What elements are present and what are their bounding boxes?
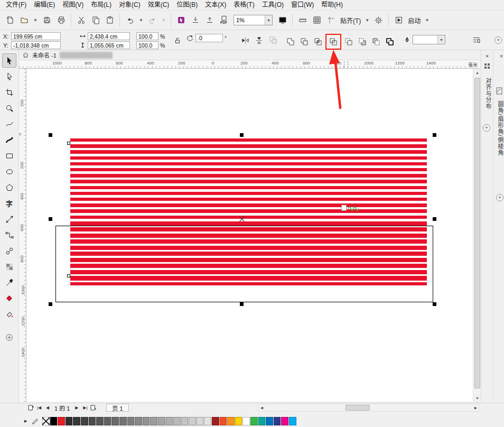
- scroll-right-button[interactable]: ▶: [472, 404, 479, 411]
- color-swatch[interactable]: [258, 417, 266, 425]
- weld-button[interactable]: [284, 35, 297, 48]
- lock-ratio-button[interactable]: [171, 34, 184, 47]
- front-minus-back-button[interactable]: [356, 35, 369, 48]
- shape-edit-tool[interactable]: [2, 69, 16, 83]
- open-dropdown[interactable]: ▼: [32, 14, 39, 27]
- paste-button[interactable]: [103, 14, 116, 27]
- selection-handle[interactable]: [433, 133, 436, 137]
- parallel-dimension-tool[interactable]: [2, 212, 16, 226]
- connector-tool[interactable]: [2, 228, 16, 242]
- color-swatch[interactable]: [127, 417, 135, 425]
- previous-page-button[interactable]: ◀: [44, 404, 51, 412]
- menu-item[interactable]: 工具(O): [258, 0, 287, 10]
- save-button[interactable]: [40, 14, 53, 27]
- last-page-button[interactable]: ▶|: [81, 404, 89, 412]
- launch-label[interactable]: 启动: [406, 16, 422, 25]
- color-swatch[interactable]: [104, 417, 111, 425]
- color-swatch[interactable]: [204, 417, 211, 425]
- docker-expand-button[interactable]: +: [483, 124, 490, 132]
- selection-handle[interactable]: [433, 217, 436, 221]
- outline-width-combobox[interactable]: ▼: [413, 35, 445, 44]
- rotation-angle-field[interactable]: .0: [195, 34, 223, 42]
- open-button[interactable]: [17, 14, 31, 27]
- smart-fill-tool[interactable]: [2, 307, 16, 321]
- menu-item[interactable]: 效果(C): [144, 0, 173, 10]
- show-grid-button[interactable]: [310, 14, 323, 27]
- horizontal-ruler[interactable]: 毫米 1000800600400200020040060080010001200…: [19, 60, 480, 69]
- chevron-down-icon[interactable]: ▼: [437, 35, 445, 44]
- scroll-up-button[interactable]: ▲: [473, 69, 481, 76]
- menu-item[interactable]: 文件(F): [2, 0, 30, 10]
- menu-item[interactable]: 对象(C): [115, 0, 144, 10]
- redo-button[interactable]: [146, 14, 159, 27]
- color-swatch[interactable]: [58, 417, 65, 425]
- interactive-fill-tool[interactable]: [2, 291, 16, 305]
- color-swatch[interactable]: [166, 417, 173, 425]
- menu-item[interactable]: 文本(X): [201, 0, 230, 10]
- export-button[interactable]: [203, 14, 216, 27]
- color-swatch[interactable]: [197, 417, 204, 425]
- object-width-field[interactable]: 2,438.4 cm: [88, 32, 130, 40]
- show-rulers-button[interactable]: [296, 14, 309, 27]
- show-guidelines-button[interactable]: [324, 14, 338, 27]
- first-page-button[interactable]: |◀: [35, 404, 43, 412]
- selection-handle[interactable]: [240, 133, 244, 137]
- rectangle-tool[interactable]: [2, 148, 16, 163]
- selection-handle[interactable]: [49, 133, 52, 137]
- striped-object-top[interactable]: [70, 138, 427, 221]
- selection-handle[interactable]: [433, 302, 436, 306]
- search-replace-button[interactable]: [174, 14, 188, 27]
- docker-expand-button[interactable]: +: [496, 194, 503, 201]
- color-swatch[interactable]: [235, 417, 242, 425]
- publish-pdf-button[interactable]: PDF: [217, 14, 230, 27]
- polygon-tool[interactable]: [2, 180, 16, 194]
- color-swatch[interactable]: [242, 417, 250, 425]
- color-swatch[interactable]: [143, 417, 150, 425]
- mesh-fill-tool[interactable]: [2, 259, 16, 274]
- close-icon[interactable]: ×: [498, 52, 504, 60]
- color-swatch[interactable]: [96, 417, 104, 425]
- more-tools-button[interactable]: [2, 330, 16, 345]
- color-swatch[interactable]: [89, 417, 96, 425]
- selection-handle[interactable]: [49, 217, 52, 221]
- launch-caret[interactable]: ▼: [423, 14, 431, 27]
- object-height-field[interactable]: 1,055.065 cm: [88, 41, 130, 49]
- trim-button[interactable]: [298, 35, 311, 48]
- y-position-field[interactable]: -1,018.348 cm: [11, 41, 61, 49]
- horizontal-scrollbar[interactable]: ◀ ▶: [258, 404, 480, 412]
- horizontal-scroll-thumb[interactable]: [346, 405, 370, 411]
- scroll-left-button[interactable]: ◀: [258, 404, 265, 411]
- print-button[interactable]: [54, 14, 68, 27]
- group-objects-button[interactable]: [267, 34, 279, 47]
- selection-handle[interactable]: [49, 302, 52, 306]
- selection-handle[interactable]: [240, 302, 244, 306]
- menu-item[interactable]: 位图(B): [173, 0, 201, 10]
- color-swatch[interactable]: [119, 417, 127, 425]
- color-swatch[interactable]: [173, 417, 181, 425]
- snap-dropdown[interactable]: 贴齐(T): [339, 16, 362, 25]
- scale-y-field[interactable]: 100.0: [136, 41, 158, 49]
- pick-tool[interactable]: [2, 53, 16, 68]
- color-swatch[interactable]: [50, 417, 58, 425]
- vertical-scroll-thumb[interactable]: [474, 78, 480, 388]
- docker-tab-align-distribute[interactable]: 对齐与分布: [484, 78, 492, 109]
- document-tab-title[interactable]: 未命名 -1: [32, 51, 57, 59]
- ellipse-tool[interactable]: [2, 164, 16, 179]
- fullscreen-preview-button[interactable]: [276, 14, 289, 27]
- no-color-swatch[interactable]: [42, 417, 50, 425]
- simplify-button[interactable]: [342, 35, 355, 48]
- mirror-horizontal-button[interactable]: [239, 34, 251, 47]
- create-boundary-button[interactable]: [384, 35, 396, 48]
- blend-tool[interactable]: [2, 244, 16, 258]
- next-page-button[interactable]: ▶: [73, 404, 80, 412]
- combine-button[interactable]: [327, 35, 340, 48]
- color-swatch[interactable]: [212, 417, 219, 425]
- menu-item[interactable]: 表格(T): [230, 0, 258, 10]
- color-swatch[interactable]: [150, 417, 157, 425]
- intersect-button[interactable]: [312, 35, 324, 48]
- freehand-tool[interactable]: [2, 117, 16, 131]
- chevron-down-icon[interactable]: ▼: [265, 15, 272, 25]
- selection-center-marker[interactable]: [239, 217, 245, 222]
- page-tab[interactable]: 页 1: [106, 404, 128, 412]
- mirror-vertical-button[interactable]: [253, 34, 265, 47]
